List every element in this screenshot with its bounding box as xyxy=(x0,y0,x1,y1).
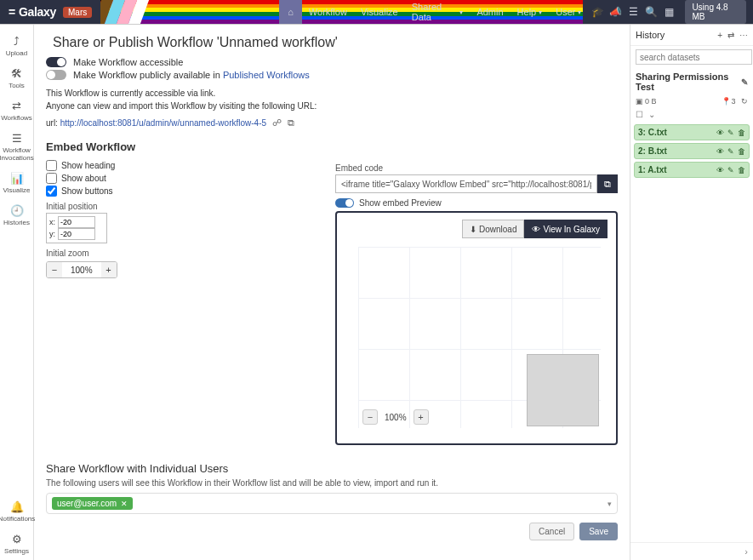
history-search-input[interactable] xyxy=(636,49,752,65)
preview-zoom-control: − 100% + xyxy=(362,409,429,425)
bell-icon: 🔔 xyxy=(10,500,24,513)
share-users-desc: The following users will see this Workfl… xyxy=(46,478,618,488)
dataset-item[interactable]: 2: B.txt 👁✎🗑 xyxy=(634,143,750,159)
refresh-icon[interactable]: ↻ xyxy=(741,97,748,106)
edit-icon[interactable]: ✎ xyxy=(727,129,734,137)
embed-code-input[interactable] xyxy=(335,174,597,193)
nav-home-icon[interactable]: ⌂ xyxy=(279,0,302,24)
brand-subtitle: Mars xyxy=(63,7,92,18)
view-icon[interactable]: 👁 xyxy=(716,166,724,174)
sidebar-invocations[interactable]: ☰Workflow Invocations xyxy=(0,127,33,167)
workflows-icon: ⇄ xyxy=(12,100,21,112)
toggle-publish[interactable] xyxy=(46,70,66,80)
delete-icon[interactable]: 🗑 xyxy=(738,129,745,137)
nav-admin[interactable]: Admin xyxy=(470,0,510,24)
toggle-show-preview[interactable] xyxy=(335,198,354,208)
gear-icon: ⚙ xyxy=(12,533,22,546)
user-chip: user@user.com ✕ xyxy=(52,497,133,510)
nav-user[interactable]: User xyxy=(549,0,588,24)
save-button[interactable]: Save xyxy=(579,523,618,540)
zoom-value: 100% xyxy=(62,266,101,275)
select-caret-icon[interactable]: ▾ xyxy=(608,500,612,508)
workflow-url-row: url: http://localhost:8081/u/admin/w/unn… xyxy=(46,117,618,129)
edit-icon[interactable]: ✎ xyxy=(727,147,734,156)
edit-history-name-icon[interactable]: ✎ xyxy=(741,77,748,87)
top-nav: Galaxy Mars ⌂ Workflow Visualize Shared … xyxy=(0,0,753,24)
filter-icon[interactable]: ⌄ xyxy=(648,110,655,119)
brand[interactable]: Galaxy Mars xyxy=(0,0,100,24)
download-button[interactable]: ⬇Download xyxy=(462,220,524,238)
sidebar-tools[interactable]: 🛠Tools xyxy=(0,62,33,94)
graduation-icon[interactable]: 🎓 xyxy=(588,6,606,18)
download-icon: ⬇ xyxy=(470,225,476,234)
delete-icon[interactable]: 🗑 xyxy=(738,166,745,174)
chk-buttons-row[interactable]: Show buttons xyxy=(46,186,259,197)
view-icon[interactable]: 👁 xyxy=(716,147,724,156)
toggle-accessible-label: Make Workflow accessible xyxy=(73,57,183,67)
share-users-heading: Share Workflow with Individual Users xyxy=(46,462,618,475)
initial-zoom-label: Initial zoom xyxy=(46,249,259,258)
sidebar-settings[interactable]: ⚙Settings xyxy=(0,528,33,560)
open-link-icon[interactable]: ☍ xyxy=(272,117,282,129)
dataset-item[interactable]: 3: C.txt 👁✎🗑 xyxy=(634,124,750,140)
chk-about[interactable] xyxy=(46,173,57,184)
preview-zoom-in-button[interactable]: + xyxy=(414,409,429,425)
visualize-icon: 📊 xyxy=(10,172,24,185)
new-history-icon[interactable]: + xyxy=(717,31,722,40)
cancel-button[interactable]: Cancel xyxy=(529,523,574,540)
delete-icon[interactable]: 🗑 xyxy=(738,147,745,156)
usage-badge[interactable]: Using 4.8 MB xyxy=(685,0,746,24)
pin-icon[interactable]: 📍 xyxy=(722,97,731,106)
chk-buttons[interactable] xyxy=(46,186,57,197)
remove-user-icon[interactable]: ✕ xyxy=(121,500,128,508)
copy-embed-button[interactable]: ⧉ xyxy=(597,174,618,193)
workflow-url-link[interactable]: http://localhost:8081/u/admin/w/unnamed-… xyxy=(60,118,266,128)
view-icon[interactable]: 👁 xyxy=(716,129,724,137)
minimap[interactable] xyxy=(527,354,599,426)
invocations-icon: ☰ xyxy=(12,132,22,145)
zoom-out-button[interactable]: − xyxy=(47,262,62,277)
nav-help[interactable]: Help xyxy=(511,0,550,24)
published-workflows-link[interactable]: Published Workflows xyxy=(223,70,310,80)
chk-heading[interactable] xyxy=(46,160,57,171)
info-line-1: This Workflow is currently accessible vi… xyxy=(46,87,618,100)
grid-icon[interactable]: ▦ xyxy=(660,6,678,18)
pos-y-input[interactable] xyxy=(58,228,95,240)
zoom-in-button[interactable]: + xyxy=(101,262,117,277)
nav-workflow[interactable]: Workflow xyxy=(302,0,354,24)
view-in-galaxy-button[interactable]: 👁View In Galaxy xyxy=(524,220,608,238)
histories-icon: 🕘 xyxy=(10,204,24,217)
list-icon[interactable]: ☰ xyxy=(625,6,642,18)
history-panel-title: History xyxy=(636,30,665,40)
announce-icon[interactable]: 📣 xyxy=(607,6,625,18)
user-multiselect[interactable]: user@user.com ✕ ▾ xyxy=(46,493,618,514)
zoom-control: − 100% + xyxy=(46,261,117,278)
sidebar-histories[interactable]: 🕘Histories xyxy=(0,199,33,231)
dataset-item[interactable]: 1: A.txt 👁✎🗑 xyxy=(634,162,750,178)
nav-shared-data[interactable]: Shared Data xyxy=(405,0,471,24)
preview-zoom-out-button[interactable]: − xyxy=(362,409,378,425)
edit-icon[interactable]: ✎ xyxy=(727,166,734,174)
history-panel: History + ⇄ ⋯ ≡ ✕ Sharing Permissions Te… xyxy=(630,25,753,560)
eye-icon: 👁 xyxy=(532,225,540,234)
embed-heading: Embed Workflow xyxy=(46,140,618,153)
preview-zoom-value: 100% xyxy=(385,413,407,422)
toggle-accessible[interactable] xyxy=(46,57,66,67)
history-menu-icon[interactable]: ⋯ xyxy=(739,31,748,40)
chk-about-row[interactable]: Show about xyxy=(46,173,259,184)
search-icon[interactable]: 🔍 xyxy=(642,6,660,18)
nav-visualize[interactable]: Visualize xyxy=(354,0,405,24)
upload-icon: ⤴ xyxy=(14,35,20,48)
sidebar-notifications[interactable]: 🔔Notifications xyxy=(0,495,33,528)
history-size: 0 B xyxy=(636,97,657,106)
history-options-icon[interactable]: ⇄ xyxy=(727,31,734,40)
nav-right: Using 4.8 MB xyxy=(678,0,753,24)
chk-heading-row[interactable]: Show heading xyxy=(46,160,259,171)
copy-link-icon[interactable]: ⧉ xyxy=(288,117,294,129)
sidebar-visualize[interactable]: 📊Visualize xyxy=(0,167,33,199)
sidebar-workflows[interactable]: ⇄Workflows xyxy=(0,94,33,127)
pos-x-input[interactable] xyxy=(58,216,95,228)
sidebar-upload[interactable]: ⤴Upload xyxy=(0,30,33,62)
select-all-icon[interactable]: ☐ xyxy=(636,110,643,119)
expand-history-icon[interactable]: › xyxy=(744,546,748,557)
